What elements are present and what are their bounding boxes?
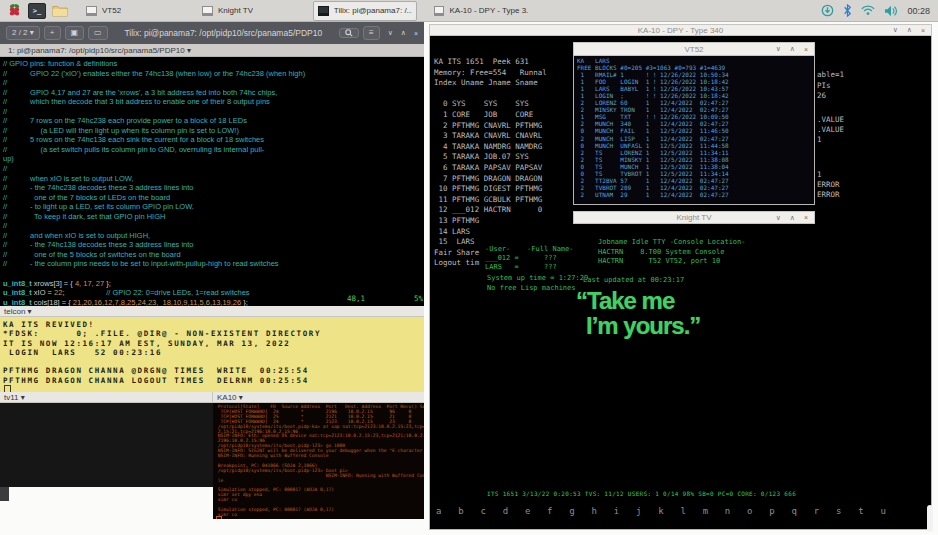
knight-tv-titlebar[interactable]: Knight TV ∨ ∧ × <box>573 211 815 224</box>
terminal-line: // one of the 5 blocks of switches on th… <box>3 250 305 260</box>
wifi-icon[interactable] <box>861 5 875 16</box>
terminal-line: 2 MUNCH LISP 1 12/4/2022 02:47:27 <box>577 135 729 142</box>
terminal-line: KA ITS REVIVED! <box>3 320 321 329</box>
taskbar-window-ka10-dpy[interactable]: KA-10 - DPY - Type 3... <box>429 1 533 21</box>
session-switcher[interactable]: 2 / 2 ▾ <box>6 26 40 40</box>
terminal-line: 4 TARAKA NAMDRG NAMDRG <box>434 142 547 153</box>
search-icon[interactable] <box>339 28 359 38</box>
ka10-terminal-pane[interactable]: Protocol[State] FD Source Address Port D… <box>213 403 424 519</box>
knight-tv-title: Knight TV <box>677 213 712 222</box>
letter-key: a <box>436 506 441 516</box>
ka10-simulator-output: Protocol[State] FD Source Address Port D… <box>215 405 424 518</box>
tilix-session-tab[interactable]: 1: pi@panama7: /opt/pidp10/src/panama5/P… <box>0 44 424 57</box>
minimize-icon[interactable]: ∨ <box>893 26 898 34</box>
terminal-split-icon[interactable]: ▣ <box>65 26 85 40</box>
terminal-line: // GPIO 22 ('xIO') enables either the 74… <box>3 69 305 79</box>
taskbar-window-knight-tv[interactable]: Knight TV <box>197 1 301 21</box>
take-me-banner: “Take me I’m yours.” <box>576 288 700 338</box>
terminal-line: // GPIO 4,17 and 27 are the 'xrows', a 3… <box>3 88 305 98</box>
taskbar-window-tilix[interactable]: Tilix: pi@panama7: /... <box>313 1 417 21</box>
letter-key: i <box>614 506 619 516</box>
letter-key: q <box>792 506 797 516</box>
tilix-headerbar: 2 / 2 ▾ + ▣ ▭ Tilix: pi@panama7: /opt/pi… <box>0 22 424 44</box>
raspberry-menu-icon[interactable] <box>5 3 23 19</box>
minimize-icon[interactable]: ∨ <box>776 214 781 222</box>
terminal-line: // 7 rows on the 74hc238 each provide po… <box>3 116 305 126</box>
terminal-line: // <box>3 164 305 174</box>
taskbar: >_ VT52 Knight TV Tilix: pi@panama7: /..… <box>0 0 938 22</box>
letter-key: h <box>592 506 597 516</box>
volume-icon[interactable] <box>884 5 898 17</box>
display-text: No free Lisp machines <box>487 284 576 292</box>
cursor-position: 48,1 <box>347 294 365 303</box>
letter-key: l <box>680 506 685 516</box>
type340-titlebar[interactable]: KA-10 - DPY - Type 340 ∨ ∧ × <box>429 24 932 36</box>
close-icon[interactable]: × <box>921 27 925 34</box>
terminal-line <box>3 269 305 279</box>
window-icon <box>86 6 97 16</box>
telcon-output: KA ITS REVIVED!*FDSK: 0; .FILE. @DIR@ - … <box>3 320 321 385</box>
terminal-line: 14 LARS <box>434 227 547 238</box>
terminal-line: PFTHMG DRAGON CHANNA LOGOUT TIMES DELRNM… <box>3 376 321 385</box>
rename-session-icon[interactable]: ▭ <box>88 26 108 40</box>
terminal-line: 0 TS MUNCH 1 12/5/2022 11:38:04 <box>577 163 729 170</box>
maximize-icon[interactable]: ∧ <box>790 45 795 53</box>
terminal-line: 2 TVBROT 209 1 12/4/2022 02:47:27 <box>577 184 729 191</box>
telcon-terminal-pane[interactable]: KA ITS REVIVED!*FDSK: 0; .FILE. @DIR@ - … <box>0 317 424 392</box>
terminal-line: FREE BLOCKS #0=205 #3=1063 #0=793 #1=463… <box>577 64 729 71</box>
letter-key: j <box>636 506 641 516</box>
minimize-icon[interactable]: ∨ <box>388 29 393 37</box>
telcon-pane-header[interactable]: telcon ▾ <box>0 306 424 317</box>
display-text: ERROR <box>817 180 840 189</box>
maximize-icon[interactable]: ∧ <box>401 29 406 37</box>
terminal-line: 2 PFTHMG CNAVRL PFTHMG <box>434 121 547 132</box>
minimize-icon[interactable]: ∨ <box>776 45 781 53</box>
vim-statusline: 48,1 5% <box>0 294 424 304</box>
display-text: Jobname Idle TTY -Console Location- <box>598 238 746 246</box>
letter-key: c <box>480 506 485 516</box>
terminal-icon[interactable]: >_ <box>28 3 46 19</box>
tv11-pane-header[interactable]: tv11 ▾ <box>0 392 213 403</box>
letter-key: r <box>814 506 819 516</box>
taskbar-window-vt52[interactable]: VT52 <box>81 1 185 21</box>
clock[interactable]: 00:28 <box>907 6 930 16</box>
menu-icon[interactable]: ≡ <box>363 26 380 40</box>
terminal-line: 1 LOGIN ; ! ! 12/26/2022 10:18:42 <box>577 92 729 99</box>
terminal-line: // (a LED will then light up when its co… <box>3 126 305 136</box>
bluetooth-icon[interactable] <box>843 4 852 17</box>
terminal-line: 5 TARAKA JOB.07 SYS <box>434 152 547 163</box>
display-text: 26 <box>817 91 826 100</box>
display-text: ___012 = ??? <box>485 254 557 262</box>
letter-key: p <box>769 506 774 516</box>
vt52-titlebar[interactable]: VT52 ∨ ∧ × <box>573 42 815 56</box>
display-text: HACTRN T52 VT52, port 10 <box>598 257 720 265</box>
display-text: Last updated at 00:23:17 <box>583 276 684 284</box>
type340-title: KA-10 - DPY - Type 340 <box>638 26 724 35</box>
file-manager-icon[interactable] <box>51 3 69 19</box>
letter-key: u <box>880 506 885 516</box>
terminal-line: 0 SYS SYS SYS <box>434 99 547 110</box>
add-terminal-button[interactable]: + <box>44 26 61 40</box>
terminal-line: // 5 rows on the 74hc138 each sink the c… <box>3 135 305 145</box>
vim-terminal-pane[interactable]: // GPIO pins: function & definitions// G… <box>0 57 424 306</box>
display-text: PIs <box>817 81 831 90</box>
close-icon[interactable]: × <box>804 214 808 221</box>
updates-icon[interactable] <box>821 4 834 17</box>
ka10-pane-header[interactable]: KA10 ▾ <box>213 392 424 403</box>
maximize-icon[interactable]: ∧ <box>790 214 795 222</box>
terminal-line: 1 MSG TXT ! ! 12/26/2022 10:09:50 <box>577 113 729 120</box>
terminal-line: 12 ___012 HACTRN 0 <box>434 205 547 216</box>
maximize-icon[interactable]: ∧ <box>907 26 912 34</box>
terminal-line: 2 LORENZ 60 1 12/4/2022 02:47:27 <box>577 99 729 106</box>
scrollbar-thumb[interactable] <box>927 505 933 532</box>
terminal-line: simr co <box>215 513 424 518</box>
display-text: 1 <box>817 135 822 144</box>
close-icon[interactable]: × <box>804 46 808 53</box>
vt52-terminal[interactable]: KA LARSFREE BLOCKS #0=205 #3=1063 #0=793… <box>573 56 815 205</box>
terminal-line: // - the 74hc238 decodes these 3 address… <box>3 183 305 193</box>
terminal-line: // one of the 7 blocks of LEDs on the bo… <box>3 193 305 203</box>
terminal-line: 2 MUNCH 340 1 12/4/2022 02:47:27 <box>577 120 729 127</box>
close-icon[interactable]: × <box>414 30 418 37</box>
keyboard-letter-row: abcdefghijklmnopqrstu <box>436 506 886 516</box>
tv11-terminal-pane[interactable] <box>0 403 213 487</box>
